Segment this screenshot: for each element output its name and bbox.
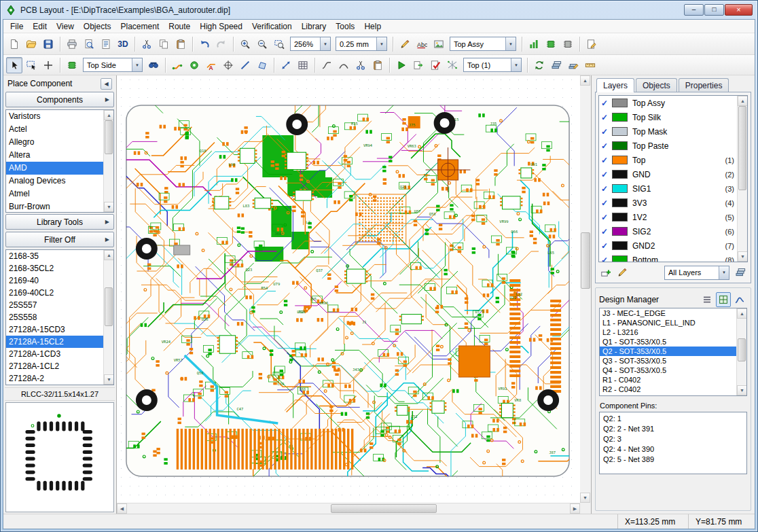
print-preview-button[interactable] — [81, 36, 97, 52]
scroll-down-button[interactable]: ▼ — [104, 374, 114, 385]
place-line-button[interactable] — [237, 57, 253, 73]
zoom-window-button[interactable] — [271, 36, 287, 52]
library-item[interactable]: Allegro — [6, 136, 103, 149]
zoom-out-button[interactable] — [254, 36, 270, 52]
design-objects-list[interactable]: J3 - MEC-1_EDGEL1 - PANASONIC_ELL_INDL2 … — [599, 308, 747, 396]
layer-color-swatch[interactable] — [612, 241, 628, 250]
scroll-up-button[interactable]: ▲ — [580, 75, 590, 86]
menu-edit[interactable]: Edit — [28, 20, 52, 33]
minimize-button[interactable]: – — [684, 4, 704, 16]
layer-color-swatch[interactable] — [612, 113, 628, 122]
layer-row[interactable]: ✓Top Mask — [599, 124, 737, 139]
pattern-list[interactable]: 2168-352168-35CL22169-402169-40CL225S557… — [5, 249, 114, 385]
menu-placement[interactable]: Placement — [116, 20, 164, 33]
design-object-item[interactable]: L1 - PANASONIC_ELL_IND — [600, 318, 736, 327]
grid-size-combo[interactable]: 0.25 mm▼ — [336, 37, 387, 51]
scroll-up-button[interactable]: ▲ — [738, 96, 748, 106]
layer-stack-small-button[interactable] — [733, 265, 748, 280]
menu-route[interactable]: Route — [164, 20, 195, 33]
pattern-item[interactable]: 27128A-2 — [6, 372, 103, 385]
design-object-item[interactable]: Q4 - SOT-353/X0.5 — [600, 366, 736, 375]
collapse-panel-button[interactable]: ◀ — [101, 78, 112, 90]
scroll-left-button[interactable]: ◀ — [117, 503, 127, 514]
layer-visible-checkbox[interactable]: ✓ — [601, 127, 612, 137]
tab-properties[interactable]: Properties — [679, 78, 729, 92]
scroll-up-button[interactable]: ▲ — [737, 308, 747, 319]
design-object-item[interactable]: J3 - MEC-1_EDGE — [600, 308, 736, 318]
place-origin-button[interactable] — [40, 57, 56, 73]
pattern-item[interactable]: 2168-35CL2 — [6, 262, 103, 274]
pin-item[interactable]: Q2: 5 - Net 389 — [600, 455, 746, 465]
canvas-vertical-scrollbar[interactable]: ▲▼ — [580, 75, 591, 503]
design-objects-scrollbar[interactable]: ▲▼ — [736, 308, 746, 395]
scrollbar-track[interactable] — [104, 260, 113, 374]
layer-row[interactable]: ✓Bottom(8) — [599, 253, 737, 262]
layer-row[interactable]: ✓Top Silk — [599, 110, 737, 124]
redo-button[interactable] — [213, 36, 230, 52]
box-select-tool-button[interactable] — [23, 57, 39, 73]
layer-row[interactable]: ✓SIG2(6) — [599, 224, 737, 238]
layer-color-swatch[interactable] — [612, 156, 628, 164]
library-item[interactable]: Burr-Brown — [6, 200, 103, 212]
measure-tool-button[interactable] — [278, 57, 294, 73]
scrollbar-track[interactable] — [104, 120, 113, 202]
layer-visible-checkbox[interactable]: ✓ — [601, 198, 612, 208]
layer-visible-checkbox[interactable]: ✓ — [601, 113, 612, 122]
cut-button[interactable] — [139, 36, 155, 52]
via-style-button[interactable] — [220, 57, 236, 73]
placement-side-combo[interactable]: Top Side▼ — [83, 58, 143, 72]
dm-list-view-button[interactable] — [700, 292, 715, 307]
select-tool-button[interactable] — [6, 57, 22, 73]
pattern-item[interactable]: 27128A-1CD3 — [6, 348, 103, 360]
layer-visible-checkbox[interactable]: ✓ — [601, 156, 612, 165]
copper-pour-button[interactable] — [254, 57, 270, 73]
scroll-up-button[interactable]: ▲ — [104, 250, 114, 260]
place-component-button[interactable] — [64, 57, 80, 73]
menu-file[interactable]: File — [5, 20, 28, 33]
open-button[interactable] — [23, 36, 39, 52]
close-button[interactable]: × — [725, 4, 753, 16]
pattern-item[interactable]: 27128A-15CL2 — [6, 336, 103, 348]
zoom-scale-combo[interactable]: 256%▼ — [290, 37, 331, 51]
layer-color-swatch[interactable] — [612, 141, 628, 150]
layer-row[interactable]: ✓SIG1(3) — [599, 181, 737, 196]
menu-verification[interactable]: Verification — [247, 20, 297, 33]
marking-layer-combo[interactable]: Top Assy▼ — [450, 37, 516, 51]
layer-row[interactable]: ✓Top Assy — [599, 96, 737, 110]
layer-color-swatch[interactable] — [612, 227, 628, 236]
menu-tools[interactable]: Tools — [331, 20, 359, 33]
library-tools-button[interactable]: Library Tools ▶ — [5, 214, 114, 230]
tab-layers[interactable]: Layers — [596, 78, 634, 92]
scroll-down-button[interactable]: ▼ — [580, 493, 590, 503]
layer-color-swatch[interactable] — [612, 198, 628, 207]
update-ratlines-button[interactable] — [531, 57, 547, 73]
layer-row[interactable]: ✓Top Paste — [599, 139, 737, 153]
design-object-item[interactable]: R1 - C0402 — [600, 375, 736, 385]
copy-route-button[interactable] — [369, 57, 386, 73]
pin-item[interactable]: Q2: 2 - Net 391 — [600, 424, 746, 434]
export-rules-button[interactable] — [410, 57, 427, 73]
paste-button[interactable] — [173, 36, 189, 52]
library-item[interactable]: Altera — [6, 149, 103, 162]
dm-grid-view-button[interactable] — [716, 292, 731, 307]
scrollbar-thumb[interactable] — [105, 120, 113, 154]
scrollbar-thumb[interactable] — [105, 287, 113, 326]
scrollbar-thumb[interactable] — [331, 504, 437, 513]
ratlines-button[interactable] — [444, 57, 461, 73]
layer-visible-checkbox[interactable]: ✓ — [601, 184, 612, 194]
pattern-list-scrollbar[interactable]: ▲▼ — [103, 250, 113, 385]
layer-row[interactable]: ✓GND(2) — [599, 167, 737, 181]
measure-grid-button[interactable] — [582, 57, 598, 73]
placement-setup-button[interactable] — [560, 36, 576, 52]
design-object-item[interactable]: Q2 - SOT-353/X0.5 — [600, 347, 736, 356]
menu-objects[interactable]: Objects — [79, 20, 116, 33]
canvas-horizontal-scrollbar[interactable]: ◀▶ — [117, 503, 580, 514]
scrollbar-track[interactable] — [738, 106, 747, 251]
save-button[interactable] — [40, 36, 56, 52]
place-text-button[interactable]: Abc — [414, 36, 430, 52]
layer-row[interactable]: ✓Top(1) — [599, 153, 737, 167]
layer-color-swatch[interactable] — [612, 184, 628, 193]
pattern-editor-button[interactable] — [543, 36, 559, 52]
undo-button[interactable] — [196, 36, 213, 52]
design-object-item[interactable]: Q3 - SOT-353/X0.5 — [600, 356, 736, 366]
